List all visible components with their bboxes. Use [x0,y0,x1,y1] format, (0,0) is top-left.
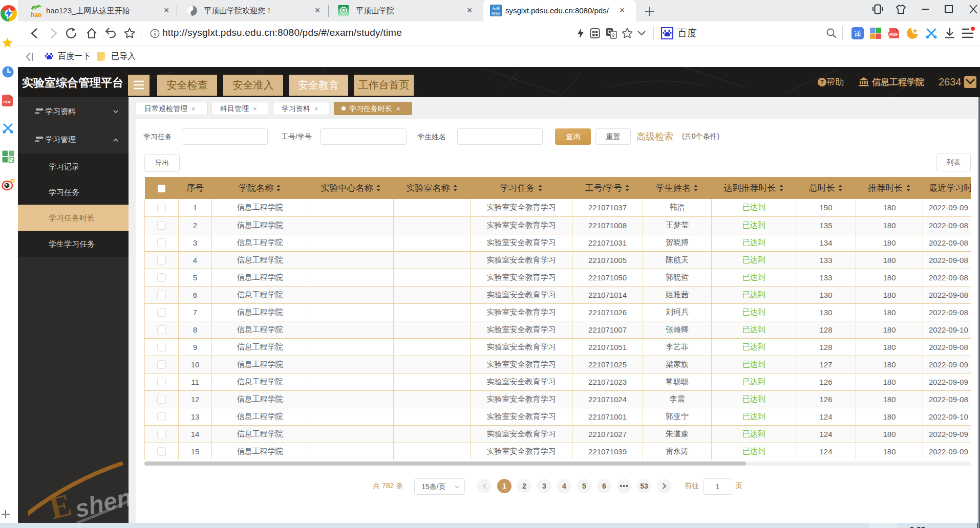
svg-text:PDF: PDF [4,100,12,104]
svg-text:PDF: PDF [889,32,898,37]
svg-text:E: E [46,487,75,523]
svg-text:?: ? [820,79,824,86]
svg-text:shen: shen [72,483,129,523]
svg-text:东盛: 东盛 [492,6,500,11]
svg-text:文: 文 [611,32,616,38]
svg-text:hao: hao [31,11,41,18]
svg-text:译: 译 [854,30,861,38]
svg-text:校园: 校园 [492,11,500,16]
